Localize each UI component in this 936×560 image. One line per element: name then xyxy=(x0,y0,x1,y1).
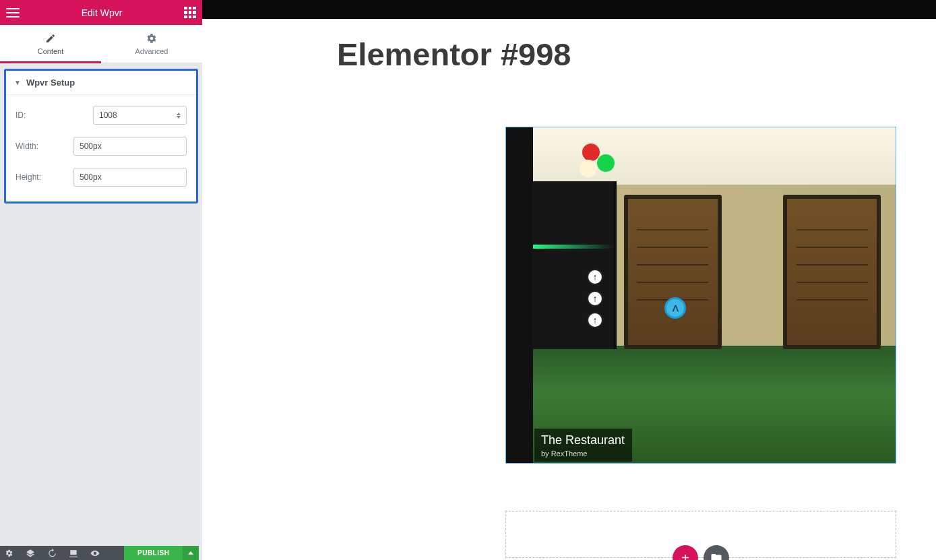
editor-sidebar: Edit Wpvr Content Advanced ▼ Wpvr Setup … xyxy=(0,0,202,560)
add-section-button[interactable]: + xyxy=(673,545,698,560)
scene-elevator xyxy=(533,181,617,349)
width-label: Width: xyxy=(15,142,73,151)
hamburger-icon[interactable] xyxy=(6,8,20,18)
panel-area: ▼ Wpvr Setup ID: 1008 Width: Height: xyxy=(0,63,202,560)
wpvr-setup-panel: ▼ Wpvr Setup ID: 1008 Width: Height: xyxy=(4,69,198,204)
preview-icon[interactable] xyxy=(90,549,100,558)
publish-button[interactable]: PUBLISH xyxy=(124,546,183,560)
section-title: Wpvr Setup xyxy=(26,77,75,88)
publish-label: PUBLISH xyxy=(137,549,169,557)
vr-scene[interactable]: ↑ ↑ ↑ ᐱ xyxy=(533,127,896,463)
history-icon[interactable] xyxy=(47,549,57,558)
wpvr-widget[interactable]: ↑ ↑ ↑ ᐱ The Restaurant by RexTheme xyxy=(505,127,896,464)
id-value: 1008 xyxy=(99,111,117,120)
plus-icon: + xyxy=(681,551,689,561)
add-section-zone[interactable]: + xyxy=(505,511,896,558)
control-id: ID: 1008 xyxy=(15,106,187,125)
scene-lamp xyxy=(577,134,617,198)
controls-group: ID: 1008 Width: Height: xyxy=(6,95,196,201)
tab-content[interactable]: Content xyxy=(0,25,101,63)
height-label: Height: xyxy=(15,173,73,182)
control-height: Height: xyxy=(15,168,187,187)
tab-content-label: Content xyxy=(38,47,64,55)
vr-caption: The Restaurant by RexTheme xyxy=(534,429,632,462)
hotspot-arrow-up-icon[interactable]: ↑ xyxy=(587,312,603,328)
section-toggle-wpvr-setup[interactable]: ▼ Wpvr Setup xyxy=(6,71,196,95)
page-title: Elementor #998 xyxy=(337,36,936,73)
responsive-icon[interactable] xyxy=(69,549,78,558)
hotspot-arrow-up-icon[interactable]: ↑ xyxy=(587,290,603,307)
layers-icon[interactable] xyxy=(26,549,35,558)
caret-up-icon xyxy=(188,551,193,555)
tab-advanced-label: Advanced xyxy=(135,47,168,55)
preview-canvas: Elementor #998 ↑ ↑ ↑ ᐱ The Restaurant by… xyxy=(202,19,936,560)
apps-grid-icon[interactable] xyxy=(184,7,196,19)
sidebar-title: Edit Wpvr xyxy=(20,7,184,18)
template-library-button[interactable] xyxy=(704,545,729,560)
publish-options-button[interactable] xyxy=(183,546,199,560)
height-input[interactable] xyxy=(73,168,187,187)
window-top-strip xyxy=(202,0,936,19)
width-input[interactable] xyxy=(73,137,187,156)
sidebar-header: Edit Wpvr xyxy=(0,0,202,25)
stepper-icon xyxy=(177,113,181,119)
publish-group: PUBLISH xyxy=(124,546,199,560)
vr-caption-title: The Restaurant xyxy=(541,433,625,447)
pencil-icon xyxy=(45,33,56,44)
scene-door-left xyxy=(624,195,722,349)
caret-down-icon: ▼ xyxy=(14,79,21,86)
vr-caption-sub: by RexTheme xyxy=(541,449,625,458)
control-width: Width: xyxy=(15,137,187,156)
hotspot-arrow-up-icon[interactable]: ↑ xyxy=(587,269,603,285)
id-select[interactable]: 1008 xyxy=(93,106,187,125)
folder-icon xyxy=(710,552,722,560)
sidebar-tabs: Content Advanced xyxy=(0,25,202,63)
scene-door-right xyxy=(783,195,881,349)
id-label: ID: xyxy=(15,111,93,120)
tab-advanced[interactable]: Advanced xyxy=(101,25,202,63)
settings-icon[interactable] xyxy=(4,549,13,558)
hotspot-center-icon[interactable]: ᐱ xyxy=(664,297,686,319)
gear-icon xyxy=(146,33,157,44)
